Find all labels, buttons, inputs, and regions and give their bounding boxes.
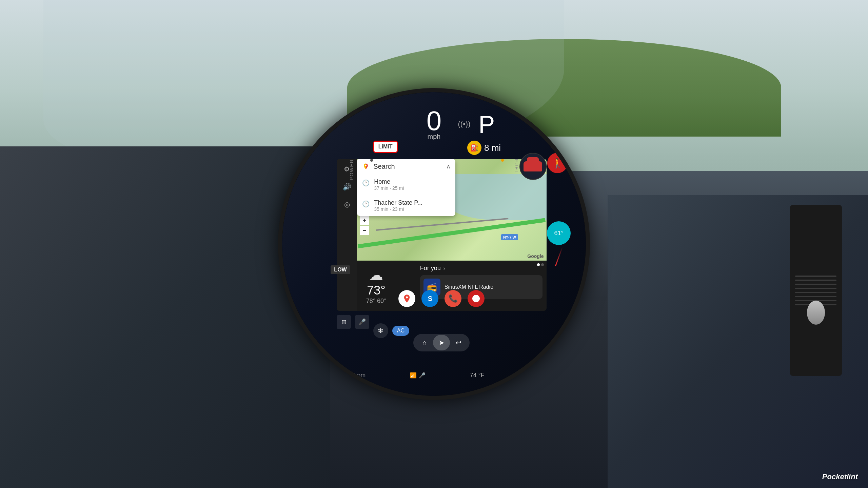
status-bar: 1:07 pm 📶 🎤 74 °F 👤 — [337, 370, 546, 381]
search-chevron-icon[interactable]: ∧ — [446, 163, 451, 170]
zoom-out-button[interactable]: − — [360, 226, 369, 235]
display-inner: 0 mph ((•)) P LiMiT ⛽ 8 mi POWER FUEL 🚶 — [282, 92, 586, 396]
vent-slat — [795, 292, 836, 293]
car-status-icon[interactable] — [519, 153, 547, 180]
pocketlint-watermark: Pocketlint — [822, 472, 858, 481]
volume-icon[interactable]: 🔊 — [341, 181, 353, 193]
thacher-destination-info: Thacher State P... 35 min · 23 mi — [374, 199, 422, 212]
skype-icon-letter: S — [428, 295, 432, 303]
microphone-button[interactable]: 🎤 — [355, 315, 369, 329]
temperature-gauge-value: 61° — [547, 221, 571, 245]
dots-indicator — [537, 263, 544, 266]
circular-infotainment-display: 0 mph ((•)) P LiMiT ⛽ 8 mi POWER FUEL 🚶 — [278, 88, 590, 400]
dashboard-left-panel — [0, 146, 330, 488]
google-maps-icon — [362, 162, 370, 170]
fuel-label: FUEL — [514, 159, 519, 174]
for-you-header[interactable]: For you › — [420, 265, 542, 272]
profile-icon[interactable]: 👤 — [529, 370, 540, 381]
power-label: POWER — [349, 159, 354, 180]
map-zoom-controls: + − — [360, 216, 369, 235]
grid-mic-controls: ⊞ 🎤 — [337, 315, 369, 329]
right-air-vent — [790, 205, 842, 376]
safety-icon-glyph: 🚶 — [552, 158, 564, 169]
ambient-temperature: 74 °F — [470, 372, 485, 379]
vent-slat — [795, 296, 836, 297]
location-icon[interactable]: ◎ — [341, 198, 353, 210]
nav-pill: ⌂ ➤ ↩ — [413, 334, 470, 351]
speed-unit: mph — [428, 133, 441, 141]
dot-active — [537, 263, 540, 266]
phone-app-icon[interactable]: 📞 — [445, 290, 461, 307]
mileage-icon: ⛽ — [467, 141, 481, 155]
low-fuel-badge: LOW — [331, 265, 350, 274]
search-label[interactable]: Search — [373, 163, 443, 170]
home-destination-icon: 🕐 — [362, 179, 370, 187]
thacher-destination-name: Thacher State P... — [374, 199, 422, 206]
temperature-needle — [555, 247, 563, 266]
car-silhouette — [524, 161, 542, 171]
map-water-feature — [442, 174, 547, 220]
app-icons-row: S 📞 — [337, 286, 546, 311]
dot-inactive — [541, 263, 544, 266]
svg-point-1 — [406, 297, 408, 299]
vent-adjustment-knob[interactable] — [807, 301, 825, 325]
google-maps-app-icon[interactable] — [398, 290, 415, 307]
mileage-indicator: ⛽ 8 mi — [467, 141, 501, 155]
vent-slat — [795, 276, 836, 277]
voice-app-icon[interactable] — [468, 290, 485, 307]
google-logo: Google — [527, 253, 544, 259]
bottom-navigation-bar: ⌂ ➤ ↩ — [337, 332, 546, 353]
svg-point-0 — [365, 165, 367, 166]
current-time: 1:07 pm — [343, 372, 366, 379]
audio-icon: ((•)) — [458, 120, 471, 128]
vent-slat — [795, 284, 836, 285]
thacher-destination-detail: 35 min · 23 mi — [374, 206, 422, 212]
phone-icon-glyph: 📞 — [449, 294, 458, 303]
back-nav-button[interactable]: ↩ — [450, 335, 467, 350]
for-you-label: For you — [420, 265, 441, 272]
signal-icons: 📶 🎤 — [410, 372, 426, 379]
gear-display: P — [478, 110, 495, 138]
home-destination-detail: 37 min · 25 mi — [374, 185, 404, 191]
map-route-badge: NY-7 W — [501, 234, 518, 240]
signal-bars-icon: 📶 — [410, 372, 417, 379]
thacher-destination-icon: 🕐 — [362, 200, 370, 208]
zoom-in-button[interactable]: + — [360, 216, 369, 225]
for-you-chevron-icon: › — [443, 265, 445, 271]
vent-slat — [795, 280, 836, 281]
speed-limit-badge: LiMiT — [373, 141, 398, 153]
voice-icon-glyph — [472, 295, 480, 302]
grid-view-button[interactable]: ⊞ — [337, 315, 351, 329]
safety-alert-icon[interactable]: 🚶 — [547, 153, 568, 173]
vent-slat — [795, 288, 836, 289]
search-item-thacher[interactable]: 🕐 Thacher State P... 35 min · 23 mi — [357, 195, 455, 216]
home-nav-button[interactable]: ⌂ — [416, 335, 433, 350]
power-indicator-dot — [370, 159, 373, 162]
speedometer-area: 0 mph — [427, 107, 442, 141]
search-item-home[interactable]: 🕐 Home 37 min · 25 mi — [357, 174, 455, 195]
mic-status-icon: 🎤 — [419, 372, 426, 379]
navigate-button[interactable]: ➤ — [433, 335, 450, 350]
weather-cloud-icon: ☁ — [369, 267, 383, 283]
mileage-value: 8 mi — [484, 143, 501, 153]
speed-value: 0 — [427, 107, 442, 135]
search-dropdown[interactable]: Search ∧ 🕐 Home 37 min · 25 mi 🕐 Thacher… — [357, 159, 455, 216]
home-destination-name: Home — [374, 178, 404, 185]
skype-app-icon[interactable]: S — [421, 290, 438, 307]
home-destination-info: Home 37 min · 25 mi — [374, 178, 404, 191]
temperature-gauge: 61° — [547, 221, 571, 267]
